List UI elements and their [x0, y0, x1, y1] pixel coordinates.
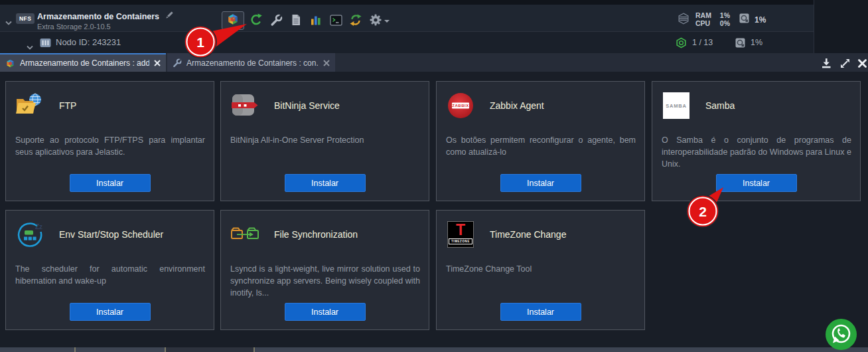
card-description: TimeZone Change Tool — [446, 264, 636, 276]
install-button-ftp[interactable]: Instalar — [70, 174, 151, 192]
install-button-timezone[interactable]: Instalar — [500, 303, 581, 321]
whatsapp-icon — [826, 319, 857, 350]
tab-close-icon[interactable] — [154, 60, 161, 66]
card-title: Env Start/Stop Scheduler — [59, 229, 163, 240]
bar-chart-icon — [310, 14, 322, 29]
tab-close-icon[interactable] — [323, 60, 330, 66]
card-title: BitNinja Service — [274, 100, 340, 111]
svg-text:ZABBIX: ZABBIX — [452, 104, 469, 108]
addon-card-filesync: File Synchronization Lsyncd is a light-w… — [220, 210, 429, 330]
card-title: Zabbix Agent — [490, 100, 544, 111]
file-sync-icon — [230, 221, 259, 248]
node-disk-value: 1% — [751, 38, 762, 47]
ram-label: RAM — [695, 11, 711, 19]
timezone-logo-label: TIMEZONE — [449, 238, 472, 244]
disk-icon — [735, 38, 745, 50]
card-title: TimeZone Change — [490, 229, 566, 240]
restart-icon — [250, 13, 263, 29]
footer-segment — [166, 347, 253, 352]
addon-card-ftp: FTP Suporte ao protocolo FTP/FTPS para i… — [5, 81, 214, 201]
install-button-bitninja[interactable]: Instalar — [285, 174, 366, 192]
additionally-menu-button[interactable] — [368, 14, 390, 29]
whatsapp-button[interactable] — [826, 319, 857, 350]
card-description: The scheduler for automatic environment … — [15, 264, 205, 288]
addons-button[interactable] — [222, 11, 244, 30]
card-description: Os botões permitem reconfigurar o agente… — [446, 135, 636, 159]
gear-icon — [369, 13, 382, 29]
install-button-filesync[interactable]: Instalar — [285, 303, 366, 321]
samba-icon: SAMBA — [662, 92, 691, 119]
bottom-panel-edge — [0, 347, 868, 352]
environment-header-row: NFS Armazenamento de Containers Extra St… — [0, 5, 814, 32]
addons-icon — [226, 13, 240, 29]
cpu-value: 0% — [720, 19, 730, 27]
install-button-zabbix[interactable]: Instalar — [500, 174, 581, 192]
expand-icon[interactable] — [839, 57, 851, 69]
statistics-button[interactable] — [308, 14, 324, 29]
tab-configuration[interactable]: Armazenamento de Containers : con... — [167, 53, 335, 72]
card-description: BitNinja All-in-One Server Protection — [230, 135, 420, 147]
edit-pencil-icon[interactable] — [165, 11, 174, 23]
chevron-down-icon — [384, 20, 390, 23]
download-icon[interactable] — [820, 57, 832, 69]
bitninja-icon — [230, 92, 259, 119]
wrench-icon — [270, 14, 283, 29]
environment-title: Armazenamento de Containers — [37, 12, 159, 21]
install-button-scheduler[interactable]: Instalar — [70, 303, 151, 321]
wrench-icon — [173, 58, 182, 68]
restart-button[interactable] — [248, 14, 264, 29]
cpu-label: CPU — [695, 19, 710, 27]
addons-icon — [5, 58, 15, 68]
card-title: Samba — [705, 100, 735, 111]
ftp-icon — [15, 92, 44, 119]
samba-logo-text: SAMBA — [663, 92, 689, 119]
tab-addons[interactable]: Armazenamento de Containers : add... — [0, 53, 166, 72]
close-icon[interactable] — [856, 57, 868, 69]
node-count: 1 / 13 — [692, 38, 713, 47]
timezone-icon: T TIMEZONE — [446, 221, 475, 248]
addon-card-scheduler: Zz Env Start/Stop Scheduler The schedule… — [5, 210, 214, 330]
tab-label: Armazenamento de Containers : con... — [186, 58, 319, 68]
addons-marketplace-panel: FTP Suporte ao protocolo FTP/FTPS para i… — [0, 72, 868, 347]
scheduler-icon: Zz — [15, 221, 44, 248]
addon-card-zabbix: ZABBIX Zabbix Agent Os botões permitem r… — [436, 81, 645, 201]
addon-card-samba: SAMBA Samba O Samba é o conjunto de prog… — [652, 81, 861, 201]
footer-separator — [253, 347, 255, 352]
node-collapse-chevron-icon[interactable] — [27, 41, 33, 52]
node-row[interactable]: Nodo ID: 243231 2.0-10.5-almalinux-9 1 /… — [0, 32, 814, 53]
header-right-spacer — [814, 0, 868, 53]
card-title: File Synchronization — [274, 229, 358, 240]
addon-card-timezone: T TIMEZONE TimeZone Change TimeZone Chan… — [436, 210, 645, 330]
env-collapse-chevron-icon[interactable] — [5, 16, 12, 28]
env-type-badge: NFS — [16, 13, 35, 24]
timezone-logo-t: T — [456, 222, 465, 238]
web-ssh-button[interactable] — [328, 14, 344, 29]
node-status-hexagon-icon — [676, 37, 687, 51]
addon-card-bitninja: BitNinja Service BitNinja All-in-One Ser… — [220, 81, 429, 201]
document-icon — [291, 14, 301, 29]
container-icon — [40, 38, 51, 50]
ram-value: 1% — [720, 11, 730, 19]
env-disk-value: 1% — [755, 15, 766, 25]
disk-icon — [739, 13, 749, 26]
redeploy-icon — [349, 13, 362, 29]
settings-button[interactable] — [268, 14, 284, 29]
environment-subtitle: Extra Storage 2.0-10.5 — [37, 23, 111, 31]
tab-label: Armazenamento de Containers : add... — [20, 58, 149, 68]
top-strip — [0, 0, 814, 5]
tab-bar: Armazenamento de Containers : add... Arm… — [0, 53, 868, 72]
zabbix-icon: ZABBIX — [446, 92, 475, 119]
footer-separator — [74, 347, 76, 352]
card-description: Suporte ao protocolo FTP/FTPS para impla… — [15, 135, 205, 159]
card-description: O Samba é o conjunto de programas de int… — [662, 135, 851, 170]
log-button[interactable] — [288, 14, 304, 29]
terminal-icon — [330, 15, 342, 29]
redeploy-button[interactable] — [348, 14, 364, 29]
footer-separator — [165, 347, 166, 352]
node-id-label: Nodo ID: 243231 — [56, 37, 121, 47]
card-description: Lsyncd is a light-weight, live mirror so… — [230, 264, 420, 299]
install-button-samba[interactable]: Instalar — [716, 174, 797, 192]
svg-text:Zz: Zz — [35, 223, 42, 230]
card-title: FTP — [59, 100, 76, 111]
cloudlet-icon — [677, 12, 690, 28]
